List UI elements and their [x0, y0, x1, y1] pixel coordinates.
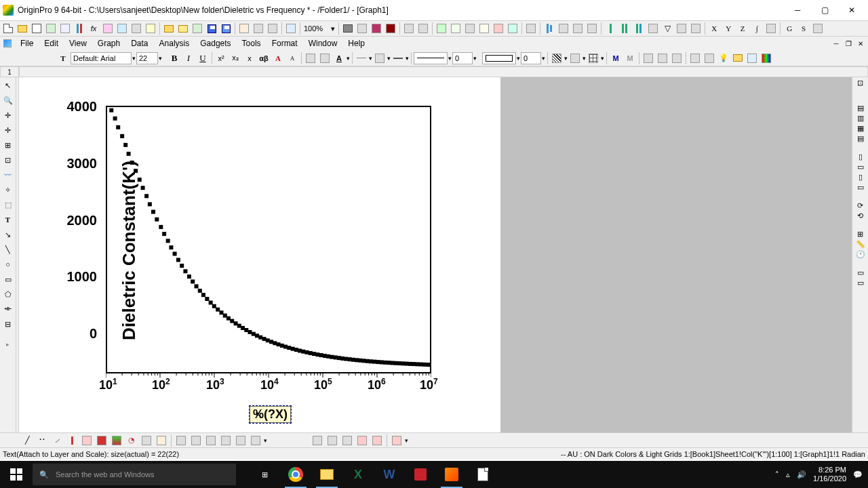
template-plot-button[interactable] — [155, 434, 168, 447]
code-button[interactable] — [449, 22, 462, 35]
region2-tool[interactable]: ⊟ — [1, 317, 15, 331]
align-left-tool[interactable]: ▤ — [857, 134, 864, 143]
mdi-restore-button[interactable]: ❐ — [842, 38, 854, 49]
line-scatter-button[interactable]: ⟋ — [50, 434, 64, 447]
window-close-button[interactable]: ✕ — [838, 1, 865, 20]
more-button[interactable] — [811, 22, 825, 35]
col7-button[interactable] — [689, 22, 703, 35]
transfer-button[interactable] — [492, 22, 505, 35]
lock-button[interactable] — [731, 52, 745, 65]
filter-button[interactable]: ▽ — [660, 22, 674, 35]
open-excel-button[interactable] — [191, 22, 204, 35]
new-matrix-button[interactable] — [58, 22, 72, 35]
menu-help[interactable]: Help — [342, 37, 370, 49]
digitizer-button[interactable] — [506, 22, 519, 35]
mdi-minimize-button[interactable]: ─ — [830, 38, 842, 49]
new-folder-button[interactable] — [16, 22, 29, 35]
line-width2-combo[interactable]: 0 — [521, 52, 541, 64]
menu-analysis[interactable]: Analysis — [154, 37, 195, 49]
font-combo[interactable]: Default: Arial — [71, 52, 132, 64]
menu-tools[interactable]: Tools — [237, 37, 267, 49]
font-decrease-button[interactable]: A — [285, 52, 299, 65]
col2-button[interactable] — [618, 22, 631, 35]
col3-button[interactable] — [632, 22, 646, 35]
asc-button[interactable] — [571, 22, 585, 35]
s-button[interactable]: S — [797, 22, 810, 35]
text-tool[interactable]: T — [1, 213, 15, 226]
rotate2-tool[interactable]: ⟲ — [857, 211, 863, 220]
layer-tool[interactable]: ⊞ — [857, 230, 863, 239]
menu-format[interactable]: Format — [267, 37, 303, 49]
sort-button[interactable] — [557, 22, 570, 35]
new-workbook-button[interactable] — [30, 22, 43, 35]
g-button[interactable]: G — [783, 22, 796, 35]
desc-button[interactable] — [585, 22, 599, 35]
new-3d-plot-button[interactable] — [115, 22, 129, 35]
add-layer6-button[interactable] — [390, 434, 403, 447]
new-layout-button[interactable] — [130, 22, 143, 35]
line-tool[interactable]: ╲ — [1, 243, 15, 256]
area-plot-button[interactable] — [95, 434, 108, 447]
excel-icon[interactable]: X — [343, 461, 373, 488]
font-size-combo[interactable]: 22 — [136, 52, 158, 64]
dim2-tool[interactable]: ▭ — [857, 279, 864, 287]
bold-button[interactable]: B — [167, 52, 181, 65]
pie-plot-button[interactable]: ◔ — [125, 434, 138, 447]
grid3-tool[interactable]: ▯ — [859, 173, 863, 182]
recalculate-button[interactable] — [435, 22, 448, 35]
labtalk-button[interactable] — [463, 22, 477, 35]
plot-frame[interactable] — [106, 106, 431, 373]
bar-plot-button[interactable] — [80, 434, 94, 447]
add-layer2-button[interactable] — [326, 434, 339, 447]
stats-button[interactable] — [542, 22, 556, 35]
taskbar-search-input[interactable]: 🔍 Search the web and Windows — [33, 464, 236, 485]
dim-tool[interactable]: ▭ — [857, 268, 864, 277]
layer-indicator[interactable]: 1 — [0, 66, 19, 77]
tray-volume-icon[interactable]: 🔊 — [797, 470, 806, 479]
pan-tool[interactable]: ✛ — [1, 123, 15, 137]
m-button[interactable]: M — [609, 52, 623, 65]
start-button[interactable] — [0, 461, 33, 488]
explorer-icon[interactable] — [312, 461, 342, 488]
supsub-button[interactable]: x — [243, 52, 256, 65]
mask-tool[interactable]: ✧ — [1, 183, 15, 197]
contour-button[interactable] — [174, 434, 188, 447]
rotate-tool[interactable]: ⟳ — [857, 201, 863, 210]
column-plot-button[interactable] — [65, 434, 79, 447]
bulb-button[interactable]: 💡 — [717, 52, 730, 65]
oval-tool[interactable]: ○ — [1, 258, 15, 271]
expand-left-icon[interactable]: ▸ — [1, 338, 15, 351]
import-wizard-button[interactable] — [237, 22, 251, 35]
select-tool[interactable]: ⬚ — [1, 198, 15, 211]
ruler-tool[interactable]: 📏 — [856, 240, 865, 249]
new-notes-button[interactable] — [144, 22, 157, 35]
object-edit-tool[interactable]: ⊡ — [857, 79, 863, 87]
tray-network-icon[interactable]: ▵ — [786, 470, 790, 479]
line-style-button[interactable] — [391, 52, 405, 65]
matrix-button[interactable] — [234, 434, 248, 447]
subscript-button[interactable]: x₂ — [229, 52, 242, 65]
align-bot-tool[interactable]: ▦ — [857, 124, 864, 133]
freehand-tool[interactable]: ⬲ — [1, 302, 15, 316]
system-tray[interactable]: ˄ ▵ 🔊 8:26 PM 1/16/2020 💬 — [775, 466, 868, 483]
line-pattern-combo[interactable] — [414, 52, 448, 64]
annotation-button[interactable] — [304, 52, 317, 65]
layer2-button[interactable] — [703, 52, 716, 65]
line-plot-button[interactable]: ╱ — [20, 434, 34, 447]
chrome-icon[interactable] — [281, 461, 311, 488]
video-button[interactable] — [384, 22, 397, 35]
notepad-icon[interactable] — [468, 461, 498, 488]
screen-tool[interactable]: ⊞ — [1, 138, 15, 152]
fill-pattern-button[interactable] — [550, 52, 564, 65]
polygon-tool[interactable]: ⬠ — [1, 287, 15, 301]
batch-process-button[interactable] — [284, 22, 298, 35]
open-button[interactable] — [162, 22, 176, 35]
surface-button[interactable] — [189, 434, 203, 447]
mdi-close-button[interactable]: ✕ — [854, 38, 867, 49]
col1-button[interactable] — [604, 22, 617, 35]
tray-chevron-icon[interactable]: ˄ — [775, 470, 779, 479]
menu-view[interactable]: View — [64, 37, 92, 49]
save-button[interactable] — [205, 22, 218, 35]
col4-button[interactable] — [646, 22, 660, 35]
scatter-plot-button[interactable]: ⠐⠂ — [35, 434, 49, 447]
